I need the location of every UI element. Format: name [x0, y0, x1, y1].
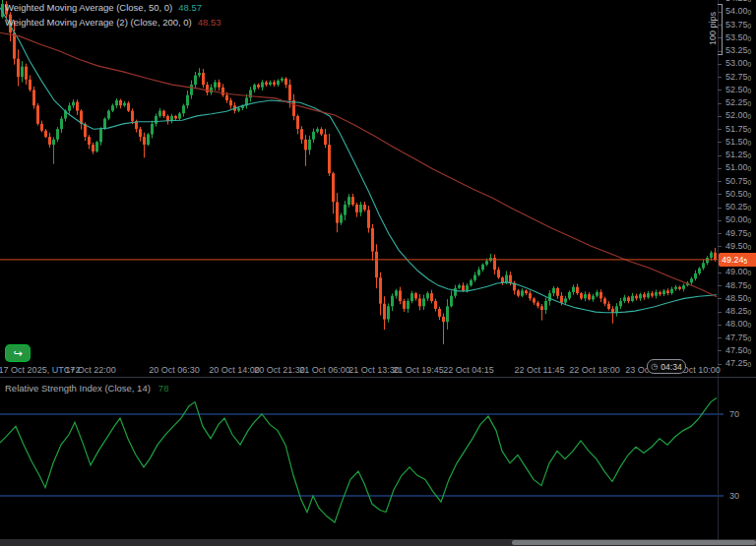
indicator-legend-wma50[interactable]: Weighted Moving Average (Close, 50, 0)48…: [5, 2, 202, 13]
wma50-legend-value: 48.57: [178, 2, 202, 13]
countdown-time: 04:34: [661, 362, 681, 372]
current-price-value: 49.24: [722, 255, 744, 265]
indicator-legend-wma200[interactable]: Weighted Moving Average (2) (Close, 200,…: [5, 17, 221, 28]
current-price-label: 49.245: [719, 253, 756, 267]
go-to-realtime-button[interactable]: ↪: [6, 345, 30, 361]
pips-measure-bracket: [722, 4, 723, 55]
chart-canvas[interactable]: [0, 0, 756, 546]
pips-measure-bracket-top: [718, 4, 723, 5]
arrow-right-icon: ↪: [13, 348, 22, 359]
rsi-legend-label: Relative Strength Index (Close, 14): [5, 383, 151, 394]
clock-icon: ◷: [651, 363, 658, 371]
wma200-legend-label: Weighted Moving Average (2) (Close, 200,…: [5, 17, 192, 28]
horizontal-scrollbar-thumb[interactable]: [512, 540, 756, 545]
rsi-legend-value: 78: [158, 383, 169, 394]
pips-measure-label: 100 pips: [708, 0, 718, 64]
bar-countdown: ◷ 04:34: [647, 359, 686, 374]
trading-chart-app: Weighted Moving Average (Close, 50, 0)48…: [0, 0, 756, 546]
pane-separator[interactable]: [0, 377, 756, 378]
pips-measure-bracket-bottom: [718, 54, 723, 55]
price-axis-separator: [718, 0, 719, 539]
current-price-subdigit: 5: [744, 258, 748, 265]
wma50-legend-label: Weighted Moving Average (Close, 50, 0): [5, 2, 172, 13]
indicator-legend-rsi[interactable]: Relative Strength Index (Close, 14)78: [5, 383, 168, 394]
wma200-legend-value: 48.53: [198, 17, 221, 28]
